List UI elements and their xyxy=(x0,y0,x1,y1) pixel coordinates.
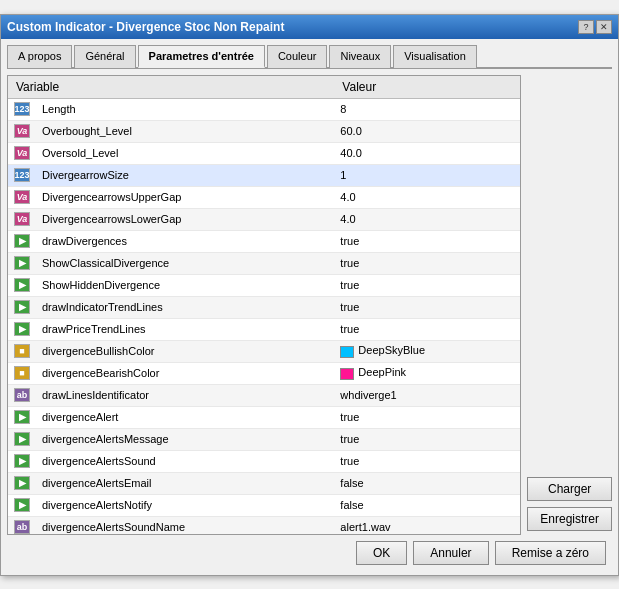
table-row[interactable]: ▶drawDivergencestrue xyxy=(8,230,520,252)
color-swatch xyxy=(340,346,354,358)
tab-general[interactable]: Général xyxy=(74,45,135,68)
row-icon-cell: ▶ xyxy=(8,274,36,296)
int-icon: 123 xyxy=(14,102,30,116)
bool-icon: ▶ xyxy=(14,454,30,468)
table-row[interactable]: ▶drawIndicatorTrendLinestrue xyxy=(8,296,520,318)
row-name: drawLinesIdentificator xyxy=(36,384,334,406)
tab-visualisation[interactable]: Visualisation xyxy=(393,45,477,68)
row-name: divergenceAlertsSoundName xyxy=(36,516,334,535)
row-value: true xyxy=(334,428,520,450)
bool-icon: ▶ xyxy=(14,300,30,314)
table-row[interactable]: ▶drawPriceTrendLinestrue xyxy=(8,318,520,340)
table-row[interactable]: ■divergenceBearishColorDeepPink xyxy=(8,362,520,384)
table-row[interactable]: 123Length8 xyxy=(8,98,520,120)
table-row[interactable]: ■divergenceBullishColorDeepSkyBlue xyxy=(8,340,520,362)
col-valeur: Valeur xyxy=(334,76,520,99)
bool-icon: ▶ xyxy=(14,476,30,490)
window-content: A propos Général Parametres d'entrée Cou… xyxy=(1,39,618,575)
row-name: ShowClassicalDivergence xyxy=(36,252,334,274)
row-value: true xyxy=(334,252,520,274)
row-name: DivergencearrowsLowerGap xyxy=(36,208,334,230)
window-title: Custom Indicator - Divergence Stoc Non R… xyxy=(7,20,284,34)
row-value: 8 xyxy=(334,98,520,120)
row-name: divergenceBearishColor xyxy=(36,362,334,384)
col-variable: Variable xyxy=(8,76,334,99)
charger-button[interactable]: Charger xyxy=(527,477,612,501)
row-icon-cell: ▶ xyxy=(8,494,36,516)
bool-icon: ▶ xyxy=(14,234,30,248)
color-icon: ■ xyxy=(14,366,30,380)
row-icon-cell: ▶ xyxy=(8,230,36,252)
val-icon: Va xyxy=(14,190,30,204)
table-row[interactable]: 123DivergearrowSize1 xyxy=(8,164,520,186)
remise-button[interactable]: Remise a zéro xyxy=(495,541,606,565)
table-row[interactable]: ▶divergenceAlertsNotifyfalse xyxy=(8,494,520,516)
close-button[interactable]: ✕ xyxy=(596,20,612,34)
row-icon-cell: ▶ xyxy=(8,428,36,450)
row-name: divergenceAlert xyxy=(36,406,334,428)
title-bar-buttons: ? ✕ xyxy=(578,20,612,34)
table-row[interactable]: abdivergenceAlertsSoundNamealert1.wav xyxy=(8,516,520,535)
ab-icon: ab xyxy=(14,520,30,534)
bool-icon: ▶ xyxy=(14,410,30,424)
row-name: divergenceBullishColor xyxy=(36,340,334,362)
table-row[interactable]: VaDivergencearrowsLowerGap4.0 xyxy=(8,208,520,230)
annuler-button[interactable]: Annuler xyxy=(413,541,488,565)
main-window: Custom Indicator - Divergence Stoc Non R… xyxy=(0,14,619,576)
row-name: divergenceAlertsNotify xyxy=(36,494,334,516)
enregistrer-button[interactable]: Enregistrer xyxy=(527,507,612,531)
help-button[interactable]: ? xyxy=(578,20,594,34)
row-icon-cell: ▶ xyxy=(8,472,36,494)
row-value: true xyxy=(334,406,520,428)
bool-icon: ▶ xyxy=(14,498,30,512)
color-swatch xyxy=(340,368,354,380)
ok-button[interactable]: OK xyxy=(356,541,407,565)
row-value: 40.0 xyxy=(334,142,520,164)
row-icon-cell: ▶ xyxy=(8,450,36,472)
row-icon-cell: Va xyxy=(8,142,36,164)
row-icon-cell: ▶ xyxy=(8,296,36,318)
table-row[interactable]: ▶ShowHiddenDivergencetrue xyxy=(8,274,520,296)
int-icon: 123 xyxy=(14,168,30,182)
row-value: 4.0 xyxy=(334,186,520,208)
table-row[interactable]: ▶ShowClassicalDivergencetrue xyxy=(8,252,520,274)
row-icon-cell: ▶ xyxy=(8,252,36,274)
bool-icon: ▶ xyxy=(14,432,30,446)
table-row[interactable]: VaDivergencearrowsUpperGap4.0 xyxy=(8,186,520,208)
row-value: whdiverge1 xyxy=(334,384,520,406)
row-icon-cell: 123 xyxy=(8,164,36,186)
table-row[interactable]: VaOverbought_Level60.0 xyxy=(8,120,520,142)
row-icon-cell: Va xyxy=(8,120,36,142)
row-name: ShowHiddenDivergence xyxy=(36,274,334,296)
table-row[interactable]: ▶divergenceAlertsEmailfalse xyxy=(8,472,520,494)
tab-couleur[interactable]: Couleur xyxy=(267,45,328,68)
tab-params[interactable]: Parametres d'entrée xyxy=(138,45,265,68)
table-row[interactable]: ▶divergenceAlertsSoundtrue xyxy=(8,450,520,472)
row-name: DivergencearrowsUpperGap xyxy=(36,186,334,208)
tab-apropos[interactable]: A propos xyxy=(7,45,72,68)
val-icon: Va xyxy=(14,124,30,138)
row-name: drawIndicatorTrendLines xyxy=(36,296,334,318)
table-row[interactable]: ▶divergenceAlertsMessagetrue xyxy=(8,428,520,450)
title-bar: Custom Indicator - Divergence Stoc Non R… xyxy=(1,15,618,39)
table-row[interactable]: VaOversold_Level40.0 xyxy=(8,142,520,164)
tab-niveaux[interactable]: Niveaux xyxy=(329,45,391,68)
row-name: divergenceAlertsMessage xyxy=(36,428,334,450)
table-row[interactable]: abdrawLinesIdentificatorwhdiverge1 xyxy=(8,384,520,406)
table-row[interactable]: ▶divergenceAlerttrue xyxy=(8,406,520,428)
row-value: true xyxy=(334,230,520,252)
row-name: DivergearrowSize xyxy=(36,164,334,186)
val-icon: Va xyxy=(14,212,30,226)
row-icon-cell: ■ xyxy=(8,340,36,362)
row-icon-cell: Va xyxy=(8,186,36,208)
row-value: true xyxy=(334,296,520,318)
row-name: divergenceAlertsSound xyxy=(36,450,334,472)
row-name: drawPriceTrendLines xyxy=(36,318,334,340)
row-value: DeepSkyBlue xyxy=(334,340,520,362)
row-name: divergenceAlertsEmail xyxy=(36,472,334,494)
bool-icon: ▶ xyxy=(14,322,30,336)
row-icon-cell: 123 xyxy=(8,98,36,120)
row-icon-cell: ab xyxy=(8,516,36,535)
row-value: 1 xyxy=(334,164,520,186)
row-name: Oversold_Level xyxy=(36,142,334,164)
